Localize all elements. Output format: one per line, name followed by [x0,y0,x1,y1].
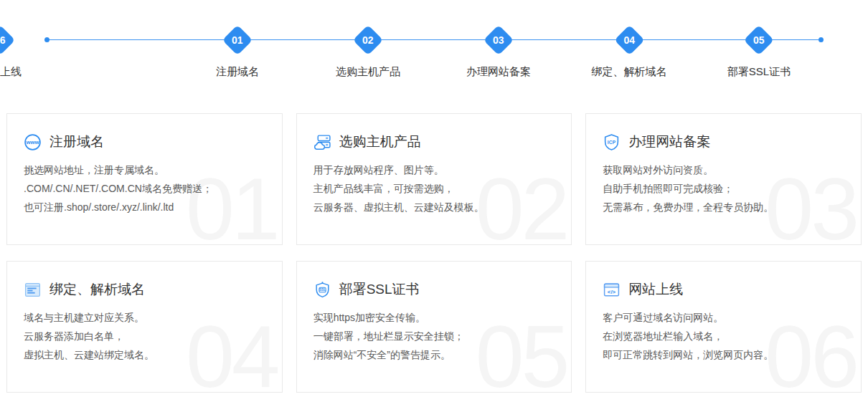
card-line: 消除网站“不安全”的警告提示。 [313,345,556,364]
step-label: 注册域名 [216,65,259,79]
step-number: 04 [623,34,635,46]
code-browser-icon: </> [603,281,621,299]
card-line: 实现https加密安全传输。 [313,308,556,327]
step-number: 03 [493,34,504,46]
card-site-online: </> 网站上线 客户可通过域名访问网站。 在浏览器地址栏输入域名， 即可正常跳… [585,261,862,393]
step-number: 01 [232,34,243,46]
svg-text:ICP: ICP [608,139,616,144]
step-diamond: 05 [744,25,774,55]
timeline-step-buy-hosting: 02 选购主机产品 [336,29,400,79]
card-title: 选购主机产品 [339,133,421,151]
step-label: 绑定、解析域名 [592,65,667,79]
process-page: 01 注册域名 02 选购主机产品 03 办理网站备案 04 绑定、解析域名 0… [0,0,868,393]
card-line: 挑选网站地址，注册专属域名。 [24,161,266,179]
svg-text:SSL: SSL [319,287,326,292]
card-line: 域名与主机建立对应关系。 [24,308,266,327]
dns-record-icon [24,281,42,299]
card-title: 注册域名 [49,133,104,151]
card-line: 主机产品线丰富，可按需选购， [313,179,556,198]
timeline-track [46,39,822,40]
step-label: 部署SSL证书 [727,65,791,79]
timeline-step-register-domain: 01 注册域名 [216,29,259,79]
card-title: 办理网站备案 [628,133,710,151]
card-register-domain: www 注册域名 挑选网站地址，注册专属域名。 .COM/.CN/.NET/.C… [6,113,283,245]
timeline-step-icp-filing: 03 办理网站备案 [466,29,531,79]
step-label: 网站上线 [0,65,22,79]
card-line: 自助手机拍照即可完成核验； [603,179,845,198]
card-line: 虚拟主机、云建站绑定域名。 [24,345,266,364]
step-diamond: 01 [222,25,253,55]
step-diamond: 04 [614,25,644,55]
timeline-step-deploy-ssl: 05 部署SSL证书 [727,29,791,79]
www-globe-icon: www [24,133,42,151]
card-deploy-ssl: SSL 部署SSL证书 实现https加密安全传输。 一键部署，地址栏显示安全挂… [296,261,572,393]
cloud-server-icon [313,133,331,151]
card-line: 云服务器添加白名单， [24,327,266,345]
card-line: 客户可通过域名访问网站。 [603,308,845,327]
card-line: 一键部署，地址栏显示安全挂锁； [313,327,556,345]
step-number: 05 [753,34,765,46]
step-number: 02 [362,34,374,46]
step-label: 选购主机产品 [336,65,400,79]
card-bind-resolve: 绑定、解析域名 域名与主机建立对应关系。 云服务器添加白名单， 虚拟主机、云建站… [6,261,283,393]
step-label: 办理网站备案 [466,65,531,79]
card-title: 部署SSL证书 [339,280,420,299]
card-buy-hosting: 选购主机产品 用于存放网站程序、图片等。 主机产品线丰富，可按需选购， 云服务器… [296,113,572,245]
card-line: 获取网站对外访问资质。 [603,161,845,179]
card-line: 用于存放网站程序、图片等。 [313,161,556,179]
step-number: 06 [0,34,6,46]
track-start-dot [44,37,49,42]
card-line: 无需幕布，免费办理，全程专员协助。 [603,198,845,216]
card-title: 网站上线 [628,280,683,299]
card-line: 云服务器、虚拟主机、云建站及模板。 [313,198,556,216]
card-line: 也可注册.shop/.store/.xyz/.link/.ltd [24,198,266,216]
card-line: 即可正常跳转到网站，浏览网页内容。 [603,345,845,364]
card-line: 在浏览器地址栏输入域名， [603,327,845,345]
svg-text:www: www [25,139,39,145]
icp-shield-icon: ICP [603,133,621,151]
card-title: 绑定、解析域名 [49,280,145,299]
card-icp-filing: ICP 办理网站备案 获取网站对外访问资质。 自助手机拍照即可完成核验； 无需幕… [585,113,862,245]
timeline-step-site-online: 06 网站上线 [0,29,22,79]
step-diamond: 03 [483,25,514,55]
step-diamond: 02 [353,25,383,55]
svg-text:</>: </> [608,288,616,295]
ssl-shield-icon: SSL [313,281,331,299]
timeline-step-bind-resolve: 04 绑定、解析域名 [592,29,667,79]
process-cards-grid: www 注册域名 挑选网站地址，注册专属域名。 .COM/.CN/.NET/.C… [0,113,868,393]
process-timeline: 01 注册域名 02 选购主机产品 03 办理网站备案 04 绑定、解析域名 0… [0,0,868,113]
step-diamond: 06 [0,25,15,55]
card-line: .COM/.CN/.NET/.COM.CN域名免费赠送； [24,179,266,198]
track-end-dot [819,37,824,42]
